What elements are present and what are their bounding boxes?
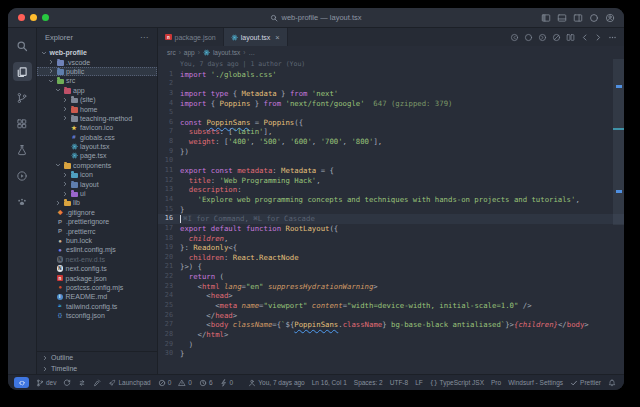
tree-item-postcss-config-mjs[interactable]: ●postcss.config.mjs xyxy=(37,283,157,292)
tab-package-json[interactable]: npackage.json xyxy=(158,28,224,46)
code-line[interactable]: 15} xyxy=(158,205,624,215)
tree-item-teaching-method[interactable]: teaching-method xyxy=(37,114,157,123)
code-line[interactable]: 19}: Readonly<{ xyxy=(158,243,624,253)
code-line[interactable]: 29 ) xyxy=(158,340,624,350)
code-line[interactable]: 16⌘I for Command, ⌘L for Cascade xyxy=(158,214,624,224)
more-actions-icon[interactable] xyxy=(608,33,617,42)
tree-item--gitignore[interactable]: ◆.gitignore xyxy=(37,208,157,217)
status-problems-warnings[interactable]: 0 xyxy=(178,379,192,387)
code-line[interactable]: 4import { Poppins } from 'next/font/goog… xyxy=(158,99,624,109)
navigate-forward-icon[interactable] xyxy=(594,33,603,42)
scrollbar[interactable] xyxy=(613,59,624,225)
status-cursor-position[interactable]: Ln 16, Col 1 xyxy=(312,379,347,386)
tree-item-components[interactable]: components xyxy=(37,161,157,170)
breadcrumb-item[interactable]: … xyxy=(249,49,256,56)
layout-sidebar-left-icon[interactable] xyxy=(541,13,551,23)
code-area[interactable]: You, 7 days ago | 1 author (You)1import … xyxy=(158,59,624,374)
status-pending-count[interactable]: 6 xyxy=(199,379,213,387)
code-line[interactable]: 1import './globals.css' xyxy=(158,70,624,80)
activity-extensions-icon[interactable] xyxy=(13,114,32,133)
tree-item-ui[interactable]: ui xyxy=(37,189,157,198)
code-line[interactable]: 3import type { Metadata } from 'next' xyxy=(158,89,624,99)
status-notifications-bell[interactable] xyxy=(608,379,616,387)
tree-item--vscode[interactable]: .vscode xyxy=(37,57,157,66)
code-line[interactable]: 26 </head> xyxy=(158,311,624,321)
code-line[interactable]: 14 'Explore web programming concepts and… xyxy=(158,195,624,205)
tree-item-app[interactable]: app xyxy=(37,86,157,95)
status-sync-status[interactable] xyxy=(63,379,71,387)
breadcrumb-item[interactable]: app xyxy=(184,49,195,56)
next-change-icon[interactable] xyxy=(538,33,547,42)
tree-item-package-json[interactable]: npackage.json xyxy=(37,273,157,282)
tree-item-page-tsx[interactable]: page.tsx xyxy=(37,151,157,160)
sidebar-section-outline[interactable]: Outline xyxy=(37,352,157,363)
status-git-branch-status[interactable]: dev xyxy=(36,379,56,387)
tree-item-src[interactable]: src xyxy=(37,76,157,85)
cascade-icon[interactable] xyxy=(589,13,599,23)
tree-item-public[interactable]: public xyxy=(37,67,157,76)
zoom-button[interactable] xyxy=(42,14,49,21)
sidebar-section-timeline[interactable]: Timeline xyxy=(37,363,157,374)
code-line[interactable]: 12 title: 'Web Programming Hack', xyxy=(158,176,624,186)
prev-change-icon[interactable] xyxy=(510,33,519,42)
breadcrumb-item[interactable]: layout.tsx xyxy=(213,49,240,56)
activity-testing-icon[interactable] xyxy=(13,140,32,159)
code-line[interactable]: 8 weight: ['400', '500', '600', '700', '… xyxy=(158,137,624,147)
status-plan[interactable]: Pro xyxy=(491,379,501,386)
tree-item--site-[interactable]: (site) xyxy=(37,95,157,104)
tree-item-layout-tsx[interactable]: layout.tsx xyxy=(37,142,157,151)
status-problems-errors[interactable]: 0 xyxy=(158,379,172,387)
tree-item-lib[interactable]: lib xyxy=(37,198,157,207)
tree-item-bun-lock[interactable]: ●bun.lock xyxy=(37,236,157,245)
change-indicator-icon[interactable] xyxy=(524,33,533,42)
status-indentation[interactable]: Spaces: 2 xyxy=(354,379,383,386)
minimize-button[interactable] xyxy=(30,14,37,21)
activity-search-icon[interactable] xyxy=(13,36,32,55)
code-line[interactable]: 11export const metadata: Metadata = { xyxy=(158,166,624,176)
tree-item-tsconfig-json[interactable]: {}tsconfig.json xyxy=(37,311,157,320)
tree-item-favicon-ico[interactable]: ★favicon.ico xyxy=(37,123,157,132)
code-line[interactable]: 13 description: xyxy=(158,185,624,195)
tree-item-globals-css[interactable]: #globals.css xyxy=(37,133,157,142)
code-line[interactable]: 17export default function RootLayout({ xyxy=(158,224,624,234)
code-line[interactable]: 6const PoppinSans = Poppins({ xyxy=(158,118,624,128)
tab-layout-tsx[interactable]: layout.tsx× xyxy=(224,28,288,46)
breadcrumb-item[interactable]: src xyxy=(167,49,176,56)
activity-cascade-icon[interactable] xyxy=(13,192,32,211)
tree-item-next-env-d-ts[interactable]: Nnext-env.d.ts xyxy=(37,255,157,264)
tree-item-eslint-config-mjs[interactable]: ●eslint.config.mjs xyxy=(37,245,157,254)
code-line[interactable]: 20 children: React.ReactNode xyxy=(158,253,624,263)
tree-item-layout[interactable]: layout xyxy=(37,179,157,188)
close-button[interactable] xyxy=(18,14,25,21)
code-line[interactable]: 21}>) { xyxy=(158,262,624,272)
activity-run-debug-icon[interactable] xyxy=(13,166,32,185)
navigate-back-icon[interactable] xyxy=(580,33,589,42)
code-line[interactable]: 25 <meta name="viewport" content="width=… xyxy=(158,301,624,311)
account-icon[interactable] xyxy=(605,13,615,23)
split-editor-icon[interactable] xyxy=(566,33,575,42)
status-formatter[interactable]: Prettier xyxy=(570,379,601,387)
code-line[interactable]: 7 subsets: ['latin'], xyxy=(158,127,624,137)
status-eol[interactable]: LF xyxy=(415,379,423,386)
status-compare-status[interactable] xyxy=(78,379,86,387)
code-line[interactable]: 10 xyxy=(158,156,624,166)
tree-item--prettierignore[interactable]: P.prettierignore xyxy=(37,217,157,226)
status-encoding[interactable]: UTF-8 xyxy=(390,379,408,386)
more-actions-icon[interactable]: ⋯ xyxy=(140,33,149,42)
close-icon[interactable]: × xyxy=(275,33,279,42)
code-line[interactable]: 23 <html lang="en" suppressHydrationWarn… xyxy=(158,282,624,292)
layout-panel-icon[interactable] xyxy=(557,13,567,23)
tree-item-tailwind-config-ts[interactable]: ≈tailwind.config.ts xyxy=(37,302,157,311)
status-launchpad[interactable]: Launchpad xyxy=(108,379,150,387)
status-port-count[interactable]: 0 xyxy=(220,379,234,387)
status-remote-indicator[interactable] xyxy=(14,377,29,388)
activity-source-control-icon[interactable] xyxy=(13,88,32,107)
code-line[interactable]: 18 children, xyxy=(158,234,624,244)
tree-item--prettierrc[interactable]: P.prettierrc xyxy=(37,226,157,235)
code-line[interactable]: 22 return ( xyxy=(158,272,624,282)
code-line[interactable]: 28 </html> xyxy=(158,330,624,340)
status-windsurf-settings[interactable]: Windsurf - Settings xyxy=(508,379,563,386)
code-line[interactable]: 2 xyxy=(158,79,624,89)
tree-item-web-profile[interactable]: web-profile xyxy=(37,48,157,57)
status-tools-status[interactable] xyxy=(93,379,101,387)
